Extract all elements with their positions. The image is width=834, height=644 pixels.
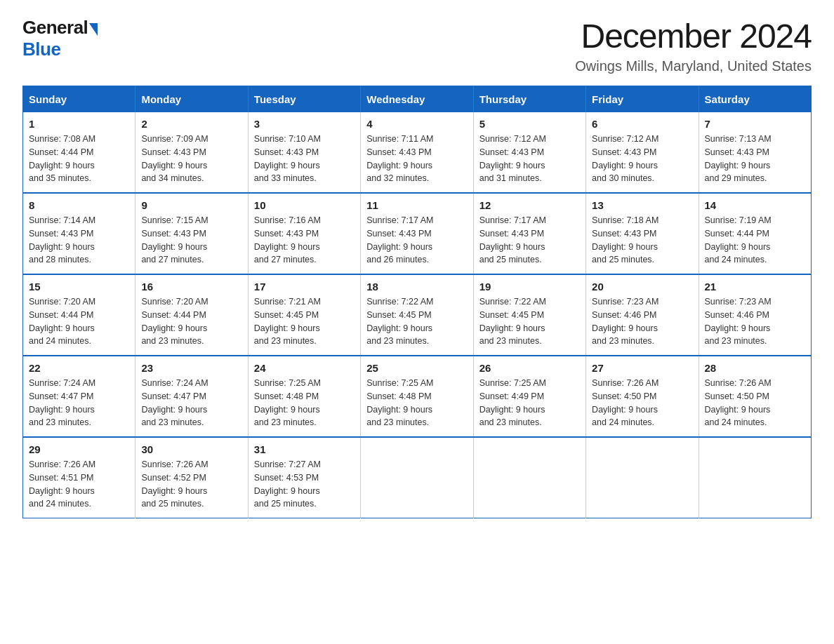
- day-info: Sunrise: 7:23 AM Sunset: 4:46 PM Dayligh…: [705, 295, 805, 348]
- calendar-week-row: 22 Sunrise: 7:24 AM Sunset: 4:47 PM Dayl…: [23, 356, 812, 437]
- day-info: Sunrise: 7:25 AM Sunset: 4:49 PM Dayligh…: [479, 377, 580, 429]
- day-number: 13: [592, 199, 692, 211]
- col-header-wednesday: Wednesday: [361, 86, 473, 113]
- calendar-cell: 3 Sunrise: 7:10 AM Sunset: 4:43 PM Dayli…: [248, 112, 360, 193]
- day-info: Sunrise: 7:11 AM Sunset: 4:43 PM Dayligh…: [366, 133, 467, 185]
- day-info: Sunrise: 7:12 AM Sunset: 4:43 PM Dayligh…: [479, 133, 580, 185]
- calendar-cell: 1 Sunrise: 7:08 AM Sunset: 4:44 PM Dayli…: [23, 112, 135, 193]
- day-info: Sunrise: 7:26 AM Sunset: 4:52 PM Dayligh…: [141, 458, 241, 511]
- calendar-cell: 28 Sunrise: 7:26 AM Sunset: 4:50 PM Dayl…: [699, 356, 811, 437]
- calendar-cell: [361, 437, 473, 518]
- calendar-cell: 31 Sunrise: 7:27 AM Sunset: 4:53 PM Dayl…: [248, 437, 360, 518]
- day-info: Sunrise: 7:26 AM Sunset: 4:51 PM Dayligh…: [29, 458, 129, 511]
- col-header-thursday: Thursday: [473, 86, 585, 113]
- day-number: 27: [592, 362, 692, 374]
- calendar-cell: 30 Sunrise: 7:26 AM Sunset: 4:52 PM Dayl…: [135, 437, 248, 518]
- col-header-sunday: Sunday: [23, 86, 135, 113]
- day-info: Sunrise: 7:24 AM Sunset: 4:47 PM Dayligh…: [29, 377, 129, 429]
- calendar-header-row: SundayMondayTuesdayWednesdayThursdayFrid…: [23, 86, 812, 113]
- day-info: Sunrise: 7:22 AM Sunset: 4:45 PM Dayligh…: [366, 295, 467, 348]
- day-info: Sunrise: 7:23 AM Sunset: 4:46 PM Dayligh…: [592, 295, 692, 348]
- calendar-cell: 15 Sunrise: 7:20 AM Sunset: 4:44 PM Dayl…: [23, 274, 135, 356]
- day-info: Sunrise: 7:14 AM Sunset: 4:43 PM Dayligh…: [29, 214, 129, 267]
- day-info: Sunrise: 7:24 AM Sunset: 4:47 PM Dayligh…: [141, 377, 241, 429]
- day-info: Sunrise: 7:21 AM Sunset: 4:45 PM Dayligh…: [254, 295, 355, 348]
- calendar-cell: 19 Sunrise: 7:22 AM Sunset: 4:45 PM Dayl…: [473, 274, 585, 356]
- calendar-cell: 8 Sunrise: 7:14 AM Sunset: 4:43 PM Dayli…: [23, 193, 135, 274]
- day-info: Sunrise: 7:10 AM Sunset: 4:43 PM Dayligh…: [254, 133, 355, 185]
- day-info: Sunrise: 7:19 AM Sunset: 4:44 PM Dayligh…: [705, 214, 805, 267]
- day-info: Sunrise: 7:25 AM Sunset: 4:48 PM Dayligh…: [366, 377, 467, 429]
- calendar-cell: [473, 437, 585, 518]
- day-number: 26: [479, 362, 580, 374]
- calendar-cell: 23 Sunrise: 7:24 AM Sunset: 4:47 PM Dayl…: [135, 356, 248, 437]
- day-number: 14: [705, 199, 805, 211]
- day-info: Sunrise: 7:22 AM Sunset: 4:45 PM Dayligh…: [479, 295, 580, 348]
- day-info: Sunrise: 7:27 AM Sunset: 4:53 PM Dayligh…: [254, 458, 355, 511]
- day-number: 4: [366, 118, 467, 130]
- calendar-cell: 5 Sunrise: 7:12 AM Sunset: 4:43 PM Dayli…: [473, 112, 585, 193]
- calendar-cell: [699, 437, 811, 518]
- calendar-cell: 27 Sunrise: 7:26 AM Sunset: 4:50 PM Dayl…: [586, 356, 699, 437]
- day-info: Sunrise: 7:12 AM Sunset: 4:43 PM Dayligh…: [592, 133, 692, 185]
- calendar-cell: 21 Sunrise: 7:23 AM Sunset: 4:46 PM Dayl…: [699, 274, 811, 356]
- day-number: 8: [29, 199, 129, 211]
- day-number: 5: [479, 118, 580, 130]
- day-info: Sunrise: 7:17 AM Sunset: 4:43 PM Dayligh…: [366, 214, 467, 267]
- day-number: 17: [254, 281, 355, 293]
- day-number: 2: [141, 118, 241, 130]
- day-number: 1: [29, 118, 129, 130]
- day-info: Sunrise: 7:18 AM Sunset: 4:43 PM Dayligh…: [592, 214, 692, 267]
- day-info: Sunrise: 7:09 AM Sunset: 4:43 PM Dayligh…: [141, 133, 241, 185]
- calendar-week-row: 8 Sunrise: 7:14 AM Sunset: 4:43 PM Dayli…: [23, 193, 812, 274]
- calendar-cell: 4 Sunrise: 7:11 AM Sunset: 4:43 PM Dayli…: [361, 112, 473, 193]
- day-number: 3: [254, 118, 355, 130]
- page-header: General Blue December 2024 Owings Mills,…: [22, 17, 812, 74]
- logo-blue: Blue: [22, 39, 60, 60]
- logo: General Blue: [22, 17, 98, 60]
- day-number: 19: [479, 281, 580, 293]
- day-number: 7: [705, 118, 805, 130]
- day-number: 30: [141, 443, 241, 455]
- page-subtitle: Owings Mills, Maryland, United States: [575, 58, 812, 74]
- day-info: Sunrise: 7:15 AM Sunset: 4:43 PM Dayligh…: [141, 214, 241, 267]
- col-header-monday: Monday: [135, 86, 248, 113]
- day-number: 9: [141, 199, 241, 211]
- day-number: 20: [592, 281, 692, 293]
- logo-arrow-icon: [89, 23, 98, 36]
- day-number: 25: [366, 362, 467, 374]
- day-info: Sunrise: 7:25 AM Sunset: 4:48 PM Dayligh…: [254, 377, 355, 429]
- day-number: 16: [141, 281, 241, 293]
- calendar-table: SundayMondayTuesdayWednesdayThursdayFrid…: [22, 86, 812, 518]
- calendar-cell: 11 Sunrise: 7:17 AM Sunset: 4:43 PM Dayl…: [361, 193, 473, 274]
- calendar-cell: 12 Sunrise: 7:17 AM Sunset: 4:43 PM Dayl…: [473, 193, 585, 274]
- calendar-cell: 25 Sunrise: 7:25 AM Sunset: 4:48 PM Dayl…: [361, 356, 473, 437]
- day-number: 11: [366, 199, 467, 211]
- day-info: Sunrise: 7:17 AM Sunset: 4:43 PM Dayligh…: [479, 214, 580, 267]
- calendar-cell: 13 Sunrise: 7:18 AM Sunset: 4:43 PM Dayl…: [586, 193, 699, 274]
- day-number: 29: [29, 443, 129, 455]
- calendar-cell: 14 Sunrise: 7:19 AM Sunset: 4:44 PM Dayl…: [699, 193, 811, 274]
- day-info: Sunrise: 7:26 AM Sunset: 4:50 PM Dayligh…: [592, 377, 692, 429]
- day-number: 10: [254, 199, 355, 211]
- calendar-week-row: 15 Sunrise: 7:20 AM Sunset: 4:44 PM Dayl…: [23, 274, 812, 356]
- day-info: Sunrise: 7:26 AM Sunset: 4:50 PM Dayligh…: [705, 377, 805, 429]
- calendar-cell: 20 Sunrise: 7:23 AM Sunset: 4:46 PM Dayl…: [586, 274, 699, 356]
- day-info: Sunrise: 7:16 AM Sunset: 4:43 PM Dayligh…: [254, 214, 355, 267]
- page-title: December 2024: [575, 17, 812, 55]
- calendar-cell: 9 Sunrise: 7:15 AM Sunset: 4:43 PM Dayli…: [135, 193, 248, 274]
- day-number: 31: [254, 443, 355, 455]
- calendar-cell: 26 Sunrise: 7:25 AM Sunset: 4:49 PM Dayl…: [473, 356, 585, 437]
- day-number: 18: [366, 281, 467, 293]
- calendar-week-row: 1 Sunrise: 7:08 AM Sunset: 4:44 PM Dayli…: [23, 112, 812, 193]
- day-info: Sunrise: 7:20 AM Sunset: 4:44 PM Dayligh…: [29, 295, 129, 348]
- calendar-cell: 29 Sunrise: 7:26 AM Sunset: 4:51 PM Dayl…: [23, 437, 135, 518]
- day-number: 28: [705, 362, 805, 374]
- day-number: 22: [29, 362, 129, 374]
- day-info: Sunrise: 7:08 AM Sunset: 4:44 PM Dayligh…: [29, 133, 129, 185]
- calendar-cell: 22 Sunrise: 7:24 AM Sunset: 4:47 PM Dayl…: [23, 356, 135, 437]
- day-number: 12: [479, 199, 580, 211]
- calendar-cell: 17 Sunrise: 7:21 AM Sunset: 4:45 PM Dayl…: [248, 274, 360, 356]
- day-number: 23: [141, 362, 241, 374]
- calendar-cell: 2 Sunrise: 7:09 AM Sunset: 4:43 PM Dayli…: [135, 112, 248, 193]
